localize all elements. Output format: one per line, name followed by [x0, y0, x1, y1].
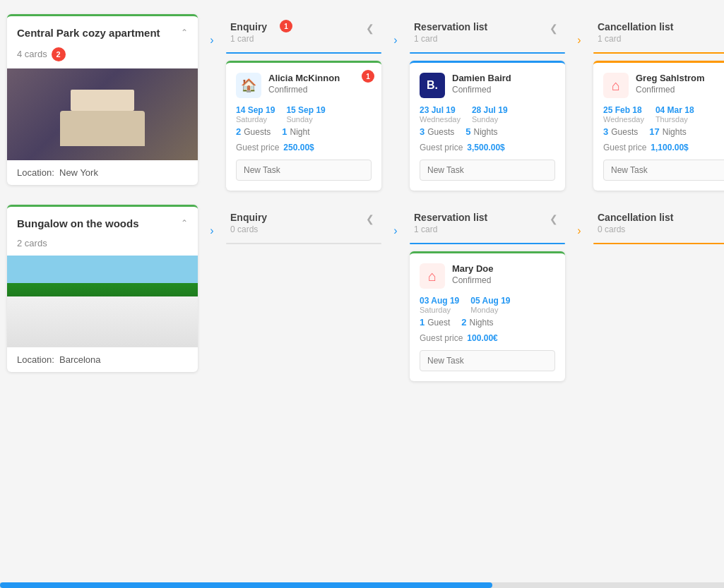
property-cards-count-2: 2 cards [7, 235, 198, 256]
row-2: Bungalow on the woods ⌃ 2 cards Location… [7, 205, 717, 381]
reservation-col-row1: Reservation list 1 card ❮ B. Damien Bair… [410, 14, 565, 191]
res-card-header-mary: ⌂ Mary Doe Confirmed [420, 263, 555, 289]
reservation-col-chevron[interactable]: ❮ [547, 21, 561, 35]
enquiry-col-chevron-2[interactable]: ❮ [363, 212, 377, 226]
guest-name-alicia: Alicia McKinnon [268, 73, 340, 85]
reservation-col-count: 1 card [414, 34, 487, 44]
reservation-col-count-2: 1 card [414, 224, 487, 234]
res-card-header-damien: B. Damien Baird Confirmed [420, 73, 555, 98]
reservation-col-title-2: Reservation list [414, 212, 487, 223]
guest-status-mary: Confirmed [452, 275, 494, 285]
day-start-greg: Wednesday [603, 115, 644, 124]
reservation-separator-2 [410, 243, 565, 244]
day-end-alicia: Sunday [286, 115, 325, 124]
property-image-2 [7, 256, 198, 347]
chevron-up-icon[interactable]: ⌃ [181, 28, 188, 37]
enquiry-col-row1: Enquiry 1 card 1 ❮ 🏠 Alicia McKinnon Con… [226, 14, 381, 191]
price-value-mary: 100.00€ [467, 333, 497, 343]
scrollbar-thumb [0, 582, 492, 588]
date-end-mary: 05 Aug 19 [470, 296, 510, 306]
cancellation-col-title-2: Cancellation list [598, 212, 673, 223]
scrollbar[interactable] [0, 582, 724, 588]
date-end-damien: 28 Jul 19 [472, 105, 508, 115]
enquiry-col-header-row1: Enquiry 1 card 1 ❮ [226, 14, 381, 52]
property-title: Central Park cozy apartment [17, 26, 160, 40]
property-location-2: Location: Barcelona [7, 347, 198, 372]
price-row-mary: Guest price 100.00€ [420, 333, 555, 343]
day-end-greg: Thursday [655, 115, 694, 124]
enquiry-separator-1 [226, 52, 381, 54]
property-title-2: Bungalow on the woods [17, 217, 139, 231]
date-start-greg: 25 Feb 18 [603, 105, 644, 115]
enquiry-col-chevron[interactable]: ❮ [363, 21, 377, 35]
day-start-damien: Wednesday [420, 115, 461, 124]
enquiry-col-count: 1 card [230, 34, 267, 44]
reservation-col-title: Reservation list [414, 21, 487, 32]
date-end-alicia: 15 Sep 19 [286, 105, 325, 115]
price-value-damien: 3,500.00$ [467, 143, 504, 152]
guest-icon-mary: ⌂ [420, 263, 445, 289]
property-image [7, 68, 198, 160]
row-1: Central Park cozy apartment ⌃ 4 cards 2 … [7, 14, 717, 191]
cancellation-col-title: Cancellation list [598, 21, 673, 32]
guest-name-mary: Mary Doe [452, 263, 494, 275]
date-start-alicia: 14 Sep 19 [236, 105, 275, 115]
guest-icon-damien: B. [420, 73, 445, 98]
guest-icon-greg: ⌂ [603, 73, 629, 98]
enquiry-col-row2: Enquiry 0 cards ❮ [226, 205, 381, 251]
reservation-col-header-row2: Reservation list 1 card ❮ [410, 205, 565, 243]
day-end-mary: Monday [470, 306, 510, 314]
cancellation-col-count-2: 0 cards [598, 224, 673, 234]
guest-status-damien: Confirmed [452, 85, 511, 95]
guests-nights-greg: 3 Guests 17 Nights [603, 126, 724, 137]
guest-status-greg: Confirmed [636, 85, 705, 95]
cancellation-col-row2: Cancellation list 0 cards [593, 205, 724, 251]
dates-row-alicia: 14 Sep 19 Saturday 15 Sep 19 Sunday [236, 105, 372, 124]
new-task-alicia[interactable] [236, 160, 372, 181]
new-task-greg[interactable] [603, 160, 724, 181]
date-start-damien: 23 Jul 19 [420, 105, 461, 115]
property-badge: 2 [52, 47, 66, 61]
cancellation-col-header-row2: Cancellation list 0 cards [593, 205, 724, 243]
arrow-reservation-cancellation-1: › [572, 34, 586, 47]
arrow-enquiry-to-reservation-2: › [205, 224, 219, 237]
alicia-card-badge: 1 [362, 70, 374, 83]
date-end-greg: 04 Mar 18 [655, 105, 694, 115]
guests-nights-mary: 1 Guest 2 Nights [420, 317, 555, 328]
res-card-greg: ⌂ Greg Sahlstrom Confirmed 25 Feb 18 Wed… [593, 61, 724, 191]
cancellation-separator-1 [593, 52, 724, 54]
property-location: Location: New York [7, 160, 198, 185]
res-card-mary: ⌂ Mary Doe Confirmed 03 Aug 19 Saturday … [410, 251, 565, 381]
arrow-enquiry-reservation-1: › [388, 34, 403, 47]
reservation-col-header-row1: Reservation list 1 card ❮ [410, 14, 565, 52]
day-start-mary: Saturday [420, 306, 459, 314]
enquiry-col-title-2: Enquiry [230, 212, 267, 223]
property-col-2: Bungalow on the woods ⌃ 2 cards Location… [7, 205, 198, 372]
guest-name-damien: Damien Baird [452, 73, 511, 85]
enquiry-separator-2 [226, 243, 381, 244]
enquiry-col-count-2: 0 cards [230, 224, 267, 234]
res-card-header-greg: ⌂ Greg Sahlstrom Confirmed [603, 73, 724, 98]
price-row-damien: Guest price 3,500.00$ [420, 143, 555, 152]
reservation-col-chevron-2[interactable]: ❮ [547, 212, 561, 226]
reservation-separator-1 [410, 52, 565, 54]
enquiry-col-badge: 1 [280, 20, 292, 32]
dates-row-greg: 25 Feb 18 Wednesday 04 Mar 18 Thursday [603, 105, 724, 124]
day-end-damien: Sunday [472, 115, 508, 124]
new-task-damien[interactable] [420, 160, 555, 181]
res-card-damien: B. Damien Baird Confirmed 23 Jul 19 Wedn… [410, 61, 565, 191]
dates-row-mary: 03 Aug 19 Saturday 05 Aug 19 Monday [420, 296, 555, 314]
enquiry-col-header-row2: Enquiry 0 cards ❮ [226, 205, 381, 243]
property-header: Central Park cozy apartment ⌃ [7, 16, 198, 44]
chevron-up-icon-2[interactable]: ⌃ [181, 218, 188, 228]
price-row-greg: Guest price 1,100.00$ [603, 143, 724, 152]
arrow-reservation-cancellation-2: › [572, 224, 586, 237]
arrow-enquiry-to-reservation-1: › [205, 34, 219, 47]
property-card-central-park: Central Park cozy apartment ⌃ 4 cards 2 … [7, 14, 198, 185]
board: Central Park cozy apartment ⌃ 4 cards 2 … [0, 0, 724, 409]
dates-row-damien: 23 Jul 19 Wednesday 28 Jul 19 Sunday [420, 105, 555, 124]
new-task-mary[interactable] [420, 350, 555, 371]
property-col-1: Central Park cozy apartment ⌃ 4 cards 2 … [7, 14, 198, 185]
reservation-col-row2: Reservation list 1 card ❮ ⌂ Mary Doe Con… [410, 205, 565, 381]
forest-image [7, 256, 198, 347]
